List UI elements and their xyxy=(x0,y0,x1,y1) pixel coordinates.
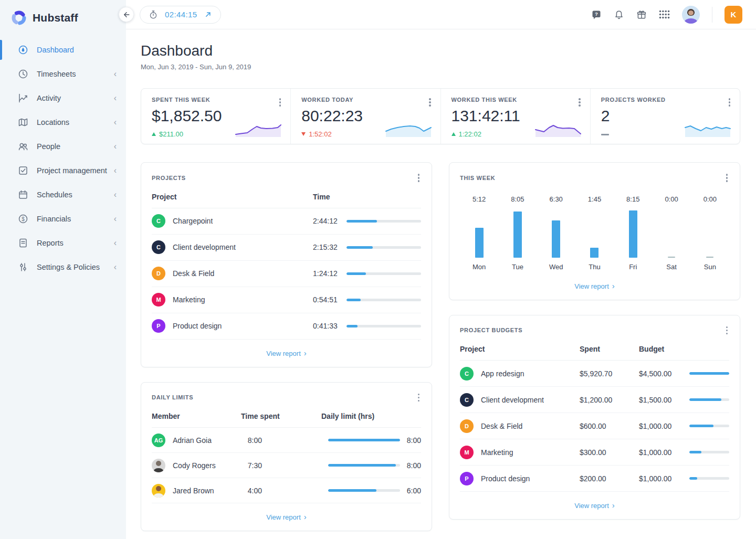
sidebar-item-label: Reports xyxy=(37,239,64,247)
chart-bar xyxy=(706,257,713,258)
chevron-right-icon: › xyxy=(304,348,307,357)
member-avatar xyxy=(152,484,165,498)
card-menu-button[interactable] xyxy=(278,97,283,108)
table-header: Project Spent Budget xyxy=(460,336,729,361)
panel-menu-button[interactable] xyxy=(416,172,422,184)
sidebar-item-financials[interactable]: $ Financials ‹ xyxy=(0,207,126,231)
sidebar-item-label: Settings & Policies xyxy=(37,263,100,271)
project-avatar: P xyxy=(152,319,165,333)
dollar-circle-icon: $ xyxy=(18,214,28,224)
chart-column: 8:15 Fri xyxy=(614,195,652,271)
report-document-icon xyxy=(18,238,28,248)
stat-label: WORKED TODAY xyxy=(301,97,430,103)
organization-badge[interactable]: K xyxy=(724,6,742,24)
stats-summary-card: SPENT THIS WEEK $1,852.50 $211.00 WORKED… xyxy=(141,88,740,144)
stat-label: WORKED THIS WEEK xyxy=(452,97,581,103)
sidebar-item-schedules[interactable]: Schedules ‹ xyxy=(0,183,126,207)
card-menu-button[interactable] xyxy=(427,97,433,108)
panel-menu-button[interactable] xyxy=(416,392,422,404)
sidebar: Hubstaff Dashboard Timesheets ‹ Activity… xyxy=(0,0,126,539)
sidebar-item-locations[interactable]: Locations ‹ xyxy=(0,110,126,134)
view-report-link[interactable]: View report› xyxy=(152,340,421,367)
table-row: PProduct design $200.00 $1,000.00 xyxy=(460,466,729,492)
brand-logo[interactable]: Hubstaff xyxy=(0,6,126,38)
right-column: THIS WEEK 5:12 Mon 8:05 xyxy=(449,162,740,520)
chart-column: 1:45 Thu xyxy=(575,195,614,271)
limit-progress-bar xyxy=(328,464,400,467)
sidebar-item-project-management[interactable]: Project management ‹ xyxy=(0,158,126,183)
stat-value: 2 xyxy=(601,107,730,125)
sidebar-collapse-button[interactable] xyxy=(119,7,134,22)
chart-column: 5:12 Mon xyxy=(460,195,498,271)
topbar-actions: ? xyxy=(591,6,742,24)
sliders-icon xyxy=(18,262,28,272)
table-row: MMarketing 0:54:51 xyxy=(152,287,421,313)
apps-grid-icon[interactable] xyxy=(659,10,670,19)
stat-projects-worked: PROJECTS WORKED 2 xyxy=(590,89,740,144)
project-avatar: M xyxy=(460,446,474,459)
chevron-left-icon: ‹ xyxy=(114,142,117,151)
chevron-left-icon: ‹ xyxy=(114,70,117,78)
sparkline-blue xyxy=(385,123,432,138)
sidebar-item-reports[interactable]: Reports ‹ xyxy=(0,231,126,255)
project-avatar: P xyxy=(460,472,474,485)
table-row: CApp redesign $5,920.70 $4,500.00 xyxy=(460,361,729,387)
no-change-dash-icon xyxy=(601,134,609,135)
sidebar-item-label: Project management xyxy=(37,166,107,175)
table-row: Jared Brown 4:00 6:00 xyxy=(152,478,421,503)
this-week-panel: THIS WEEK 5:12 Mon 8:05 xyxy=(449,162,740,300)
dashboard-icon xyxy=(18,45,28,55)
svg-text:$: $ xyxy=(22,216,25,222)
chart-column: 0:00 Sat xyxy=(652,195,690,271)
panel-menu-button[interactable] xyxy=(724,172,730,184)
stat-value: $1,852.50 xyxy=(152,107,281,125)
trend-down-icon xyxy=(301,132,306,136)
panel-title: PROJECT BUDGETS xyxy=(460,327,522,333)
card-menu-button[interactable] xyxy=(577,97,582,108)
map-icon xyxy=(18,117,28,128)
sidebar-item-timesheets[interactable]: Timesheets ‹ xyxy=(0,62,126,86)
help-icon[interactable]: ? xyxy=(591,9,602,20)
user-avatar[interactable] xyxy=(682,6,700,24)
project-avatar: D xyxy=(152,267,165,280)
chart-bar xyxy=(552,220,560,258)
dashboard-panels: PROJECTS Project Time CChargepoint 2:44:… xyxy=(141,162,740,531)
time-progress-bar xyxy=(346,220,421,223)
chevron-right-icon: › xyxy=(304,512,307,521)
sidebar-item-people[interactable]: People ‹ xyxy=(0,134,126,158)
sidebar-item-activity[interactable]: Activity ‹ xyxy=(0,86,126,110)
date-range: Mon, Jun 3, 2019 - Sun, Jun 9, 2019 xyxy=(141,63,740,71)
sidebar-item-label: Locations xyxy=(37,118,69,126)
budget-progress-bar xyxy=(689,477,729,480)
weekly-hours-bar-chart: 5:12 Mon 8:05 Tue 6:30 xyxy=(460,195,729,271)
stat-spent-this-week: SPENT THIS WEEK $1,852.50 $211.00 xyxy=(141,89,290,144)
chevron-right-icon: › xyxy=(612,281,615,290)
time-progress-bar xyxy=(346,272,421,275)
topbar: 02:44:15 ? xyxy=(126,0,756,29)
view-report-link[interactable]: View report› xyxy=(460,271,729,300)
svg-text:?: ? xyxy=(595,11,598,17)
chevron-left-icon: ‹ xyxy=(114,263,117,271)
timer-widget[interactable]: 02:44:15 xyxy=(140,6,221,24)
card-menu-button[interactable] xyxy=(727,97,732,108)
panel-title: DAILY LIMITS xyxy=(152,394,193,400)
notifications-bell-icon[interactable] xyxy=(614,9,624,20)
chevron-left-icon: ‹ xyxy=(114,118,117,126)
chart-bar xyxy=(513,212,522,258)
view-report-link[interactable]: View report› xyxy=(152,503,421,531)
table-row: Cody Rogers 7:30 8:00 xyxy=(152,453,421,478)
activity-chart-icon xyxy=(18,93,28,103)
sidebar-item-settings-policies[interactable]: Settings & Policies ‹ xyxy=(0,255,126,279)
chevron-left-icon: ‹ xyxy=(114,239,117,247)
stat-value: 131:42:11 xyxy=(452,107,581,125)
gift-icon[interactable] xyxy=(636,9,647,20)
sidebar-item-dashboard[interactable]: Dashboard xyxy=(0,38,126,62)
panel-menu-button[interactable] xyxy=(724,325,730,336)
stat-label: PROJECTS WORKED xyxy=(601,97,730,103)
view-report-link[interactable]: View report› xyxy=(460,492,729,519)
open-timer-arrow-icon xyxy=(204,10,212,18)
project-avatar: M xyxy=(152,293,165,307)
trend-up-icon xyxy=(452,132,456,136)
clock-icon xyxy=(18,69,28,79)
people-icon xyxy=(18,141,28,152)
